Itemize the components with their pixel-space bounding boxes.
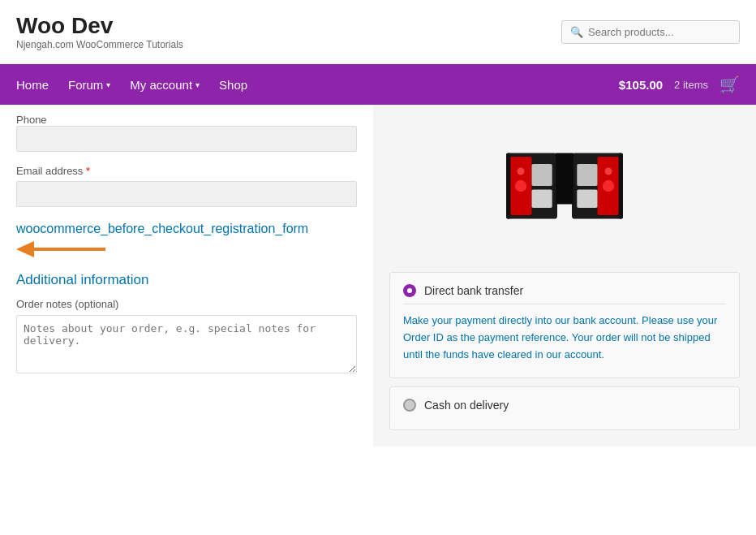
svg-point-13 [605,168,612,175]
svg-point-12 [603,180,614,192]
svg-rect-3 [532,164,552,186]
email-label: Email address * [16,165,357,177]
search-input[interactable] [588,26,731,38]
chevron-down-icon: ▾ [106,80,110,89]
hook-function-name: woocommerce_before_checkout_registration… [16,220,357,238]
nav-bar: Home Forum ▾ My account ▾ Shop $105.00 2… [0,64,756,105]
main-content: Phone Email address * woocommerce_before… [0,105,756,447]
nav-item-home[interactable]: Home [16,67,49,103]
svg-rect-15 [556,153,573,205]
search-icon: 🔍 [570,26,583,38]
phone-label: Phone [16,114,47,126]
site-header: Woo Dev Njengah.com WooCommerce Tutorial… [0,0,756,64]
search-box[interactable]: 🔍 [561,20,740,44]
cart-items-count: 2 items [674,79,708,91]
additional-info-title: Additional information [16,272,357,288]
cash-delivery-label: Cash on delivery [424,399,509,412]
product-image [492,129,638,243]
phone-input[interactable] [16,126,357,152]
svg-rect-11 [577,190,597,209]
orange-arrow-icon [16,239,105,259]
email-field-group: Email address * [16,165,357,207]
chevron-down-icon: ▾ [195,80,200,89]
required-marker: * [86,165,90,177]
nav-left: Home Forum ▾ My account ▾ Shop [16,67,247,103]
cart-icon[interactable]: 🛒 [719,75,740,94]
site-tagline: Njengah.com WooCommerce Tutorials [16,39,183,50]
site-branding: Woo Dev Njengah.com WooCommerce Tutorial… [16,13,183,50]
email-input[interactable] [16,181,357,207]
nav-item-myaccount[interactable]: My account ▾ [130,67,200,103]
radio-inner [407,288,412,293]
nav-item-shop[interactable]: Shop [219,67,247,103]
svg-rect-4 [532,190,552,209]
hook-text-block: woocommerce_before_checkout_registration… [16,220,357,259]
svg-point-6 [518,168,525,175]
direct-bank-description: Make your payment directly into our bank… [403,304,726,366]
cart-amount: $105.00 [619,78,663,92]
right-column: Direct bank transfer Make your payment d… [373,105,756,447]
payment-option-direct-bank[interactable]: Direct bank transfer Make your payment d… [389,272,740,378]
site-title: Woo Dev [16,13,183,39]
direct-bank-label: Direct bank transfer [424,284,523,297]
form-column: Phone Email address * woocommerce_before… [0,105,373,447]
direct-bank-option-row: Direct bank transfer [403,284,726,297]
additional-info-section: Additional information Order notes (opti… [16,272,357,376]
payment-section: Direct bank transfer Make your payment d… [389,272,740,438]
cash-delivery-option-row: Cash on delivery [403,399,726,412]
svg-rect-10 [577,164,597,186]
radio-direct-bank[interactable] [403,284,416,297]
svg-rect-7 [506,153,510,219]
nav-item-forum[interactable]: Forum ▾ [68,67,110,103]
order-notes-textarea[interactable] [16,315,357,373]
order-notes-group: Order notes (optional) [16,298,357,376]
product-image-area [389,113,740,259]
svg-rect-14 [619,153,623,219]
order-notes-label: Order notes (optional) [16,298,357,310]
svg-marker-0 [16,241,105,257]
payment-option-cash-delivery[interactable]: Cash on delivery [389,386,740,430]
nav-right: $105.00 2 items 🛒 [619,75,740,94]
svg-point-5 [515,180,526,192]
phone-field-group: Phone [16,105,357,152]
radio-cash-delivery[interactable] [403,399,416,412]
